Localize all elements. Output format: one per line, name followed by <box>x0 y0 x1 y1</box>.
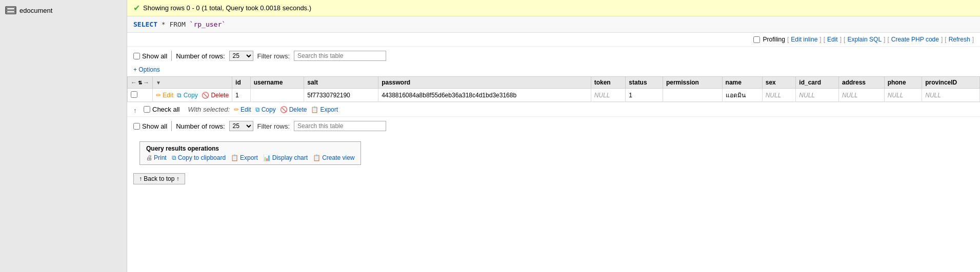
query-ops-title: Query results operations <box>146 145 354 152</box>
copy-icon: ⧉ <box>255 106 260 113</box>
chart-icon: 📊 <box>263 154 271 161</box>
sql-keyword: SELECT <box>133 20 157 28</box>
divider-bottom <box>171 121 172 131</box>
row-delete-btn[interactable]: 🚫 Delete <box>202 92 229 99</box>
divider-top <box>171 51 172 61</box>
query-ops-box: Query results operations 🖨 Print ⧉ Copy … <box>139 141 361 165</box>
delete-icon: 🚫 <box>280 106 288 113</box>
status-check-icon: ✔ <box>133 3 140 13</box>
sql-block: SELECT * FROM `rp_user` <box>127 16 980 33</box>
sql-rest: * FROM <box>157 20 190 28</box>
clipboard-icon: ⧉ <box>172 154 176 161</box>
sidebar: edocument <box>0 0 127 272</box>
num-rows-label-top: Number of rows: <box>176 52 225 60</box>
row-checkbox[interactable] <box>131 91 137 98</box>
bottom-area: ↑ Back to top ↑ <box>127 171 980 186</box>
th-sort-icon: ⇅ <box>138 80 142 86</box>
export-ops-icon: 📋 <box>231 154 238 161</box>
table-header-row: ← ⇅ → ▼ id username salt password token … <box>128 77 980 89</box>
display-chart-btn[interactable]: 📊 Display chart <box>263 154 308 161</box>
row-cell-token: NULL <box>591 89 626 102</box>
row-cell-salt: 5f77330792190 <box>304 89 378 102</box>
row-cell-password: 4438816084a8b8f55d6eb36a318c4d1bd3e3168b <box>378 89 591 102</box>
num-rows-select-bottom[interactable]: 25 50 100 <box>229 121 253 131</box>
back-to-top-btn[interactable]: ↑ Back to top ↑ <box>133 173 185 184</box>
top-row-controls: Show all Number of rows: 25 50 100 Filte… <box>127 47 980 65</box>
print-btn[interactable]: 🖨 Print <box>146 154 167 161</box>
th-permission[interactable]: permission <box>663 77 722 89</box>
th-right-arrow[interactable]: → <box>143 79 149 86</box>
bulk-edit-btn[interactable]: ✏ Edit <box>234 106 251 113</box>
status-bar: ✔ Showing rows 0 - 0 (1 total, Query too… <box>127 0 980 16</box>
svg-rect-1 <box>6 9 15 11</box>
row-copy-btn[interactable]: ⧉ Copy <box>177 92 197 99</box>
options-link[interactable]: + Options <box>127 65 980 76</box>
th-sex[interactable]: sex <box>762 77 796 89</box>
edit-link[interactable]: Edit <box>827 36 838 43</box>
bulk-copy-btn[interactable]: ⧉ Copy <box>255 106 276 113</box>
th-status[interactable]: status <box>626 77 663 89</box>
th-left-arrow[interactable]: ← <box>131 79 137 86</box>
th-id[interactable]: id <box>232 77 251 89</box>
th-phone[interactable]: phone <box>884 77 922 89</box>
bulk-export-btn[interactable]: 📋 Export <box>311 106 338 113</box>
check-all-row: ↑ Check all With selected: ✏ Edit ⧉ Copy… <box>127 102 980 117</box>
with-selected-label: With selected: <box>188 106 230 113</box>
th-name[interactable]: name <box>722 77 762 89</box>
sidebar-title: edocument <box>19 7 52 14</box>
row-cell-username <box>250 89 304 102</box>
search-input-top[interactable] <box>294 51 386 61</box>
back-to-top-label: ↑ Back to top ↑ <box>139 175 179 182</box>
refresh-link[interactable]: Refresh <box>949 36 970 43</box>
export-icon: 📋 <box>311 106 318 113</box>
print-icon: 🖨 <box>146 154 152 161</box>
num-rows-label-bottom: Number of rows: <box>176 122 225 130</box>
filter-label-top: Filter rows: <box>257 52 290 60</box>
view-icon: 📋 <box>313 154 321 161</box>
show-all-label-bottom[interactable]: Show all <box>133 122 167 130</box>
sidebar-header: edocument <box>4 4 123 16</box>
sidebar-db-icon <box>5 6 16 14</box>
back-to-top-small-icon[interactable]: ↑ <box>133 107 139 113</box>
profiling-area: Profiling [ Edit inline ] [ Edit ] [ Exp… <box>753 36 974 43</box>
sql-table: `rp_user` <box>190 20 226 28</box>
th-password[interactable]: password <box>378 77 591 89</box>
pencil-icon: ✏ <box>234 106 239 113</box>
edit-inline-link[interactable]: Edit inline <box>791 36 817 43</box>
check-all-label[interactable]: Check all <box>144 106 179 113</box>
profiling-checkbox[interactable] <box>753 36 760 43</box>
svg-rect-0 <box>6 7 15 9</box>
th-id-card[interactable]: id_card <box>796 77 839 89</box>
row-edit-btn[interactable]: ✏ Edit <box>156 92 173 99</box>
search-input-bottom[interactable] <box>294 121 386 131</box>
create-php-link[interactable]: Create PHP code <box>891 36 939 43</box>
th-address[interactable]: address <box>838 77 884 89</box>
th-salt[interactable]: salt <box>304 77 378 89</box>
table-body: ✏ Edit ⧉ Copy 🚫 Delete 15f77330792190443… <box>128 89 980 102</box>
bottom-row-controls: Show all Number of rows: 25 50 100 Filte… <box>127 117 980 135</box>
copy-clipboard-btn[interactable]: ⧉ Copy to clipboard <box>172 154 226 161</box>
row-cell-id_card: NULL <box>796 89 839 102</box>
bulk-delete-btn[interactable]: 🚫 Delete <box>280 106 307 113</box>
row-cell-permission <box>663 89 722 102</box>
show-all-checkbox-top[interactable] <box>133 53 140 59</box>
export-btn[interactable]: 📋 Export <box>231 154 258 161</box>
row-cell-status: 1 <box>626 89 663 102</box>
check-all-checkbox[interactable] <box>144 106 150 113</box>
th-dropdown-icon[interactable]: ▼ <box>156 80 161 86</box>
filter-label-bottom: Filter rows: <box>257 122 290 130</box>
num-rows-select-top[interactable]: 25 50 100 <box>229 51 253 61</box>
explain-sql-link[interactable]: Explain SQL <box>847 36 882 43</box>
show-all-checkbox-bottom[interactable] <box>133 123 140 130</box>
create-view-btn[interactable]: 📋 Create view <box>313 154 354 161</box>
show-all-label-top[interactable]: Show all <box>133 52 167 60</box>
row-checkbox-cell <box>128 89 153 102</box>
th-province-id[interactable]: provinceID <box>922 77 980 89</box>
th-token[interactable]: token <box>591 77 626 89</box>
query-ops-wrapper: Query results operations 🖨 Print ⧉ Copy … <box>127 135 980 171</box>
row-cell-name: แอดมิน <box>722 89 762 102</box>
th-username[interactable]: username <box>250 77 304 89</box>
row-actions-cell: ✏ Edit ⧉ Copy 🚫 Delete <box>153 89 232 102</box>
table-row: ✏ Edit ⧉ Copy 🚫 Delete 15f77330792190443… <box>128 89 980 102</box>
data-table: ← ⇅ → ▼ id username salt password token … <box>127 76 980 102</box>
